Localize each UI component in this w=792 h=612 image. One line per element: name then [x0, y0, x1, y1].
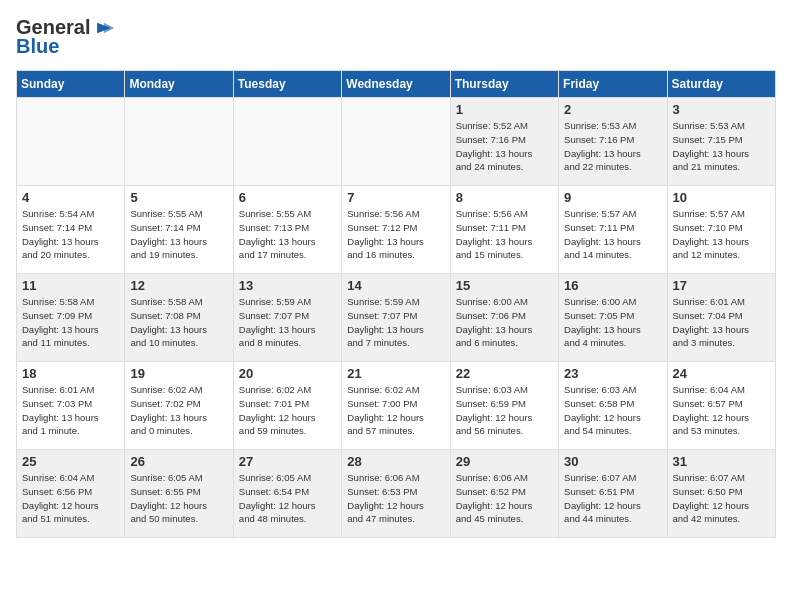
calendar-cell: 8Sunrise: 5:56 AM Sunset: 7:11 PM Daylig… — [450, 186, 558, 274]
day-number: 21 — [347, 366, 444, 381]
calendar-cell — [233, 98, 341, 186]
day-number: 16 — [564, 278, 661, 293]
day-number: 8 — [456, 190, 553, 205]
page-header: General Blue — [16, 16, 776, 58]
logo-arrow-icon — [92, 21, 116, 35]
week-row-3: 11Sunrise: 5:58 AM Sunset: 7:09 PM Dayli… — [17, 274, 776, 362]
day-number: 15 — [456, 278, 553, 293]
day-info: Sunrise: 6:01 AM Sunset: 7:04 PM Dayligh… — [673, 295, 770, 350]
day-info: Sunrise: 5:58 AM Sunset: 7:08 PM Dayligh… — [130, 295, 227, 350]
calendar-cell: 30Sunrise: 6:07 AM Sunset: 6:51 PM Dayli… — [559, 450, 667, 538]
calendar-cell: 20Sunrise: 6:02 AM Sunset: 7:01 PM Dayli… — [233, 362, 341, 450]
day-info: Sunrise: 6:03 AM Sunset: 6:59 PM Dayligh… — [456, 383, 553, 438]
day-number: 29 — [456, 454, 553, 469]
day-number: 31 — [673, 454, 770, 469]
day-info: Sunrise: 6:07 AM Sunset: 6:50 PM Dayligh… — [673, 471, 770, 526]
calendar-cell: 25Sunrise: 6:04 AM Sunset: 6:56 PM Dayli… — [17, 450, 125, 538]
calendar-cell: 26Sunrise: 6:05 AM Sunset: 6:55 PM Dayli… — [125, 450, 233, 538]
week-row-5: 25Sunrise: 6:04 AM Sunset: 6:56 PM Dayli… — [17, 450, 776, 538]
day-info: Sunrise: 6:01 AM Sunset: 7:03 PM Dayligh… — [22, 383, 119, 438]
calendar-cell — [17, 98, 125, 186]
calendar-cell: 4Sunrise: 5:54 AM Sunset: 7:14 PM Daylig… — [17, 186, 125, 274]
calendar-header-row: SundayMondayTuesdayWednesdayThursdayFrid… — [17, 71, 776, 98]
col-header-wednesday: Wednesday — [342, 71, 450, 98]
day-info: Sunrise: 5:53 AM Sunset: 7:15 PM Dayligh… — [673, 119, 770, 174]
day-number: 24 — [673, 366, 770, 381]
day-info: Sunrise: 5:55 AM Sunset: 7:13 PM Dayligh… — [239, 207, 336, 262]
calendar-cell — [125, 98, 233, 186]
calendar-cell: 10Sunrise: 5:57 AM Sunset: 7:10 PM Dayli… — [667, 186, 775, 274]
day-info: Sunrise: 6:07 AM Sunset: 6:51 PM Dayligh… — [564, 471, 661, 526]
calendar-cell: 23Sunrise: 6:03 AM Sunset: 6:58 PM Dayli… — [559, 362, 667, 450]
day-number: 20 — [239, 366, 336, 381]
day-number: 2 — [564, 102, 661, 117]
calendar-cell: 24Sunrise: 6:04 AM Sunset: 6:57 PM Dayli… — [667, 362, 775, 450]
day-number: 12 — [130, 278, 227, 293]
calendar-cell: 17Sunrise: 6:01 AM Sunset: 7:04 PM Dayli… — [667, 274, 775, 362]
calendar-cell: 15Sunrise: 6:00 AM Sunset: 7:06 PM Dayli… — [450, 274, 558, 362]
day-number: 30 — [564, 454, 661, 469]
col-header-sunday: Sunday — [17, 71, 125, 98]
day-info: Sunrise: 6:06 AM Sunset: 6:52 PM Dayligh… — [456, 471, 553, 526]
logo: General Blue — [16, 16, 116, 58]
day-info: Sunrise: 5:58 AM Sunset: 7:09 PM Dayligh… — [22, 295, 119, 350]
day-info: Sunrise: 6:02 AM Sunset: 7:00 PM Dayligh… — [347, 383, 444, 438]
day-info: Sunrise: 6:03 AM Sunset: 6:58 PM Dayligh… — [564, 383, 661, 438]
day-info: Sunrise: 6:00 AM Sunset: 7:05 PM Dayligh… — [564, 295, 661, 350]
calendar-cell: 21Sunrise: 6:02 AM Sunset: 7:00 PM Dayli… — [342, 362, 450, 450]
day-info: Sunrise: 6:06 AM Sunset: 6:53 PM Dayligh… — [347, 471, 444, 526]
col-header-thursday: Thursday — [450, 71, 558, 98]
calendar-cell: 28Sunrise: 6:06 AM Sunset: 6:53 PM Dayli… — [342, 450, 450, 538]
day-info: Sunrise: 5:57 AM Sunset: 7:10 PM Dayligh… — [673, 207, 770, 262]
day-number: 23 — [564, 366, 661, 381]
calendar-cell: 3Sunrise: 5:53 AM Sunset: 7:15 PM Daylig… — [667, 98, 775, 186]
day-number: 13 — [239, 278, 336, 293]
day-number: 9 — [564, 190, 661, 205]
day-number: 27 — [239, 454, 336, 469]
day-number: 3 — [673, 102, 770, 117]
day-number: 7 — [347, 190, 444, 205]
calendar-cell: 5Sunrise: 5:55 AM Sunset: 7:14 PM Daylig… — [125, 186, 233, 274]
day-number: 18 — [22, 366, 119, 381]
week-row-2: 4Sunrise: 5:54 AM Sunset: 7:14 PM Daylig… — [17, 186, 776, 274]
day-info: Sunrise: 6:05 AM Sunset: 6:54 PM Dayligh… — [239, 471, 336, 526]
calendar-cell: 19Sunrise: 6:02 AM Sunset: 7:02 PM Dayli… — [125, 362, 233, 450]
day-info: Sunrise: 6:04 AM Sunset: 6:57 PM Dayligh… — [673, 383, 770, 438]
col-header-monday: Monday — [125, 71, 233, 98]
calendar-cell: 11Sunrise: 5:58 AM Sunset: 7:09 PM Dayli… — [17, 274, 125, 362]
calendar-cell: 16Sunrise: 6:00 AM Sunset: 7:05 PM Dayli… — [559, 274, 667, 362]
calendar-table: SundayMondayTuesdayWednesdayThursdayFrid… — [16, 70, 776, 538]
day-number: 19 — [130, 366, 227, 381]
week-row-1: 1Sunrise: 5:52 AM Sunset: 7:16 PM Daylig… — [17, 98, 776, 186]
day-number: 6 — [239, 190, 336, 205]
col-header-saturday: Saturday — [667, 71, 775, 98]
calendar-cell: 27Sunrise: 6:05 AM Sunset: 6:54 PM Dayli… — [233, 450, 341, 538]
day-number: 1 — [456, 102, 553, 117]
calendar-cell: 14Sunrise: 5:59 AM Sunset: 7:07 PM Dayli… — [342, 274, 450, 362]
week-row-4: 18Sunrise: 6:01 AM Sunset: 7:03 PM Dayli… — [17, 362, 776, 450]
day-info: Sunrise: 5:55 AM Sunset: 7:14 PM Dayligh… — [130, 207, 227, 262]
calendar-cell: 22Sunrise: 6:03 AM Sunset: 6:59 PM Dayli… — [450, 362, 558, 450]
calendar-cell — [342, 98, 450, 186]
calendar-cell: 31Sunrise: 6:07 AM Sunset: 6:50 PM Dayli… — [667, 450, 775, 538]
day-info: Sunrise: 5:57 AM Sunset: 7:11 PM Dayligh… — [564, 207, 661, 262]
calendar-cell: 13Sunrise: 5:59 AM Sunset: 7:07 PM Dayli… — [233, 274, 341, 362]
day-number: 22 — [456, 366, 553, 381]
calendar-cell: 12Sunrise: 5:58 AM Sunset: 7:08 PM Dayli… — [125, 274, 233, 362]
day-info: Sunrise: 6:04 AM Sunset: 6:56 PM Dayligh… — [22, 471, 119, 526]
col-header-friday: Friday — [559, 71, 667, 98]
day-info: Sunrise: 6:02 AM Sunset: 7:01 PM Dayligh… — [239, 383, 336, 438]
day-number: 11 — [22, 278, 119, 293]
day-info: Sunrise: 5:53 AM Sunset: 7:16 PM Dayligh… — [564, 119, 661, 174]
calendar-cell: 7Sunrise: 5:56 AM Sunset: 7:12 PM Daylig… — [342, 186, 450, 274]
day-number: 28 — [347, 454, 444, 469]
calendar-cell: 9Sunrise: 5:57 AM Sunset: 7:11 PM Daylig… — [559, 186, 667, 274]
day-number: 4 — [22, 190, 119, 205]
calendar-cell: 29Sunrise: 6:06 AM Sunset: 6:52 PM Dayli… — [450, 450, 558, 538]
day-info: Sunrise: 5:56 AM Sunset: 7:12 PM Dayligh… — [347, 207, 444, 262]
day-number: 14 — [347, 278, 444, 293]
day-info: Sunrise: 6:02 AM Sunset: 7:02 PM Dayligh… — [130, 383, 227, 438]
day-info: Sunrise: 5:59 AM Sunset: 7:07 PM Dayligh… — [347, 295, 444, 350]
day-info: Sunrise: 5:52 AM Sunset: 7:16 PM Dayligh… — [456, 119, 553, 174]
calendar-cell: 1Sunrise: 5:52 AM Sunset: 7:16 PM Daylig… — [450, 98, 558, 186]
